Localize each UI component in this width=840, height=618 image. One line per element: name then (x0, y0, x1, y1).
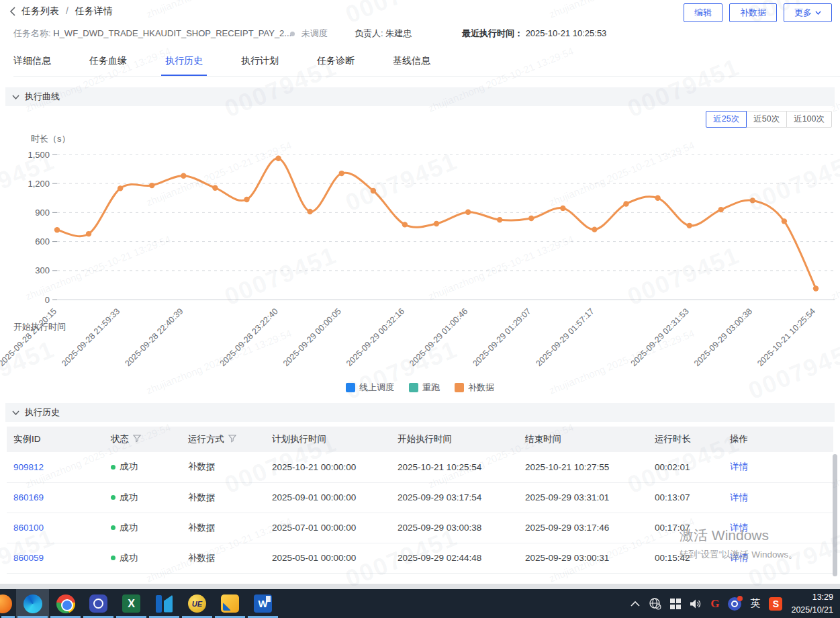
chevron-down-icon (12, 95, 19, 99)
svg-text:2025-09-28 22:40:39: 2025-09-28 22:40:39 (123, 306, 185, 368)
svg-text:2025-09-29 00:00:05: 2025-09-29 00:00:05 (281, 306, 343, 368)
chevron-down-icon (815, 11, 821, 15)
legend-label: 线上调度 (359, 382, 394, 394)
partial-app-icon[interactable] (0, 589, 16, 618)
svg-text:2025-09-29 00:32:16: 2025-09-29 00:32:16 (344, 306, 406, 368)
last-exec-time: 最近执行时间： 2025-10-21 10:25:53 (462, 28, 606, 40)
instance-id-link[interactable]: 860100 (13, 523, 44, 533)
section-execution-history[interactable]: 执行历史 (5, 403, 835, 422)
system-tray: G 英 S 13:29 2025/10/21 (631, 589, 840, 618)
filter-icon[interactable] (228, 435, 236, 443)
word-icon[interactable]: W (246, 589, 279, 618)
edit-button[interactable]: 编辑 (684, 3, 722, 22)
legend-swatch-icon (346, 383, 355, 392)
cell-instance-id: 909812 (7, 452, 104, 482)
task-info-row: 任务名称: H_WF_DWD_TRADE_HKAUDIT_SHOP_RECEIP… (0, 28, 840, 41)
cell-duration: 00:15:42 (648, 543, 723, 573)
table-row: 860059成功补数据2025-05-01 00:00:002025-09-29… (7, 543, 833, 573)
range-button-2[interactable]: 近50次 (746, 111, 787, 128)
range-button-1[interactable]: 近25次 (706, 111, 747, 128)
cell-end-time: 2025-10-21 10:27:55 (518, 452, 648, 482)
detail-link[interactable]: 详情 (730, 553, 748, 563)
breadcrumb-task-list[interactable]: 任务列表 (21, 5, 59, 16)
foxit-app-icon[interactable] (214, 589, 246, 618)
tabs: 详细信息任务血缘执行历史执行计划任务诊断基线信息 (13, 55, 840, 77)
svg-text:900: 900 (35, 208, 50, 218)
svg-text:2025-09-29 03:00:38: 2025-09-29 03:00:38 (692, 306, 754, 368)
task-status-badge: 未调度 (290, 28, 328, 40)
col-status: 状态 (104, 427, 181, 452)
tab-1[interactable]: 详细信息 (13, 55, 51, 76)
col-run-mode: 运行方式 (181, 427, 265, 452)
legend-swatch-icon (455, 383, 464, 392)
filter-icon[interactable] (133, 435, 141, 443)
svg-text:2025-09-29 01:57:17: 2025-09-29 01:57:17 (534, 306, 596, 368)
excel-icon[interactable]: X (115, 589, 148, 618)
svg-text:2025-09-28 23:22:40: 2025-09-28 23:22:40 (218, 306, 280, 368)
status-dot-icon (111, 465, 115, 470)
legend-item-重跑[interactable]: 重跑 (409, 382, 440, 394)
instance-id-link[interactable]: 860059 (13, 553, 44, 563)
svg-text:1,200: 1,200 (28, 179, 50, 189)
tray-chevron-up-icon[interactable] (631, 601, 640, 607)
cell-run-mode: 补数据 (181, 543, 265, 573)
taskbar-clock[interactable]: 13:29 2025/10/21 (791, 591, 833, 617)
tab-2[interactable]: 任务血缘 (89, 55, 127, 76)
cell-action: 详情 (723, 543, 833, 573)
breadcrumb: 任务列表 / 任务详情 (21, 5, 113, 17)
cell-plan-time: 2025-09-01 00:00:00 (265, 482, 391, 513)
edge-icon[interactable] (16, 589, 49, 618)
breadcrumb-separator: / (66, 5, 68, 16)
tab-3[interactable]: 执行历史 (165, 55, 203, 76)
back-icon[interactable] (9, 7, 16, 16)
notification-app-icon[interactable] (728, 597, 741, 611)
cell-duration: 00:17:07 (648, 513, 723, 543)
breadcrumb-task-detail: 任务详情 (75, 5, 113, 16)
vertical-scrollbar[interactable] (833, 454, 837, 576)
range-button-3[interactable]: 近100次 (786, 111, 832, 128)
network-globe-icon[interactable] (649, 597, 661, 610)
tab-5[interactable]: 任务诊断 (317, 55, 355, 76)
svg-text:2025-09-28 21:20:15: 2025-09-28 21:20:15 (0, 306, 58, 368)
status-dot-icon (111, 556, 115, 560)
volume-icon[interactable] (690, 599, 702, 609)
col-instance-id: 实例ID (7, 427, 104, 452)
svg-text:2025-09-29 02:31:53: 2025-09-29 02:31:53 (629, 306, 691, 368)
task-name: 任务名称: H_WF_DWD_TRADE_HKAUDIT_SHOP_RECEIP… (13, 28, 291, 40)
more-button[interactable]: 更多 (784, 3, 832, 22)
blue-h-app-icon[interactable] (148, 589, 181, 618)
patch-data-button[interactable]: 补数据 (729, 3, 777, 22)
detail-link[interactable]: 详情 (730, 461, 748, 472)
tab-6[interactable]: 基线信息 (393, 55, 430, 76)
col-duration: 运行时长 (648, 427, 723, 452)
g-app-icon[interactable]: G (710, 597, 719, 611)
range-button-group: 近25次近50次近100次 (706, 111, 832, 128)
ime-language-indicator[interactable]: 英 (750, 597, 760, 610)
svg-text:1,500: 1,500 (28, 150, 50, 160)
cell-action: 详情 (723, 482, 833, 513)
instance-id-link[interactable]: 860169 (13, 492, 44, 502)
tab-4[interactable]: 执行计划 (241, 55, 279, 76)
detail-link[interactable]: 详情 (730, 523, 748, 533)
svg-text:300: 300 (35, 265, 50, 275)
legend-item-线上调度[interactable]: 线上调度 (346, 382, 394, 394)
cell-run-mode: 补数据 (181, 482, 265, 513)
cell-plan-time: 2025-10-21 00:00:00 (265, 452, 391, 482)
table-row: 860100成功补数据2025-07-01 00:00:002025-09-29… (7, 513, 833, 543)
ultraedit-icon[interactable]: UE (181, 589, 214, 618)
instance-id-link[interactable]: 909812 (13, 462, 44, 472)
cell-status: 成功 (104, 452, 181, 482)
sogou-input-icon[interactable]: S (769, 597, 782, 611)
svg-text:2025-09-28 21:59:33: 2025-09-28 21:59:33 (60, 306, 122, 368)
col-end-time: 结束时间 (518, 427, 648, 452)
chrome-icon[interactable] (49, 589, 82, 618)
taskbar: X UE W (0, 589, 840, 618)
blue-tool-app-icon[interactable] (82, 589, 115, 618)
detail-link[interactable]: 详情 (730, 492, 748, 502)
windows-grid-icon[interactable] (670, 599, 681, 609)
cell-start-time: 2025-10-21 10:25:54 (391, 452, 518, 482)
line-chart-canvas: 03006009001,2001,5002025-09-28 21:20:152… (0, 132, 840, 378)
cell-start-time: 2025-09-29 03:00:38 (391, 513, 518, 543)
section-execution-curve[interactable]: 执行曲线 (5, 87, 835, 106)
legend-item-补数据[interactable]: 补数据 (455, 382, 494, 394)
